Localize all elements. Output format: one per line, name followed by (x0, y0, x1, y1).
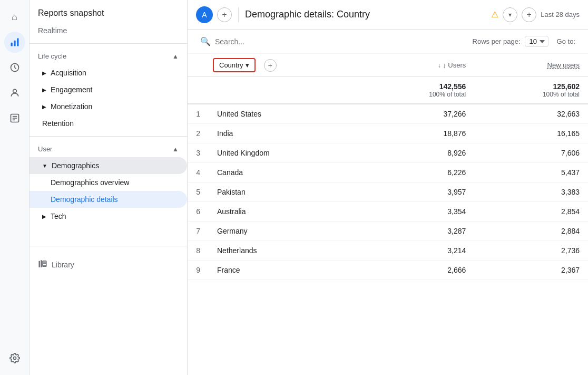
topbar-divider (238, 7, 239, 22)
country-filter-chevron: ▾ (246, 61, 249, 69)
sidebar-realtime[interactable]: Realtime (30, 22, 187, 39)
settings-icon[interactable] (4, 348, 25, 369)
country-cell: Australia (209, 202, 361, 222)
new-users-cell: 2,736 (474, 241, 588, 261)
user-chevron-up: ▲ (172, 146, 179, 153)
users-col-header: ↓ ↓ Users (361, 54, 475, 77)
tech-chevron: ▶ (42, 214, 46, 219)
sidebar-sub-demographic-details[interactable]: Demographic details (30, 191, 187, 208)
rows-per-page-control: Rows per page: 10 25 50 (473, 36, 548, 47)
sidebar-lifecycle-header[interactable]: Life cycle ▲ (30, 48, 187, 64)
rank-cell: 9 (188, 261, 209, 280)
sidebar-library[interactable]: Library (30, 251, 187, 274)
rank-cell: 1 (188, 104, 209, 124)
sidebar-item-tech[interactable]: ▶ Tech (30, 208, 187, 225)
add-comparison-button[interactable]: + (522, 7, 536, 22)
table-row: 7 Germany 3,287 2,884 (188, 222, 588, 241)
new-users-cell: 3,383 (474, 182, 588, 202)
country-col-header: Country ▾ + (209, 54, 361, 77)
rank-cell: 6 (188, 202, 209, 222)
country-cell: United States (209, 104, 361, 124)
audience-icon[interactable] (4, 82, 25, 103)
rank-cell: 7 (188, 222, 209, 241)
svg-point-9 (13, 357, 16, 360)
realtime-icon[interactable] (4, 57, 25, 78)
new-users-cell: 2,854 (474, 202, 588, 222)
totals-rank-cell (188, 77, 209, 104)
sidebar-user-header[interactable]: User ▲ (30, 141, 187, 157)
table-container: 🔍 Rows per page: 10 25 50 Go to: (188, 30, 588, 375)
date-range[interactable]: Last 28 days (541, 11, 580, 18)
search-row: 🔍 Rows per page: 10 25 50 Go to: (188, 30, 588, 54)
engagement-chevron: ▶ (42, 87, 46, 93)
users-cell: 3,354 (361, 202, 475, 222)
icon-bar: ⌂ (0, 0, 30, 375)
totals-row: 142,556 100% of total 125,602 100% of to… (188, 77, 588, 104)
users-cell: 3,287 (361, 222, 475, 241)
new-users-col-header: New users (474, 54, 588, 77)
country-cell: India (209, 124, 361, 143)
users-cell: 6,226 (361, 163, 475, 182)
rank-cell: 5 (188, 182, 209, 202)
country-cell: France (209, 261, 361, 280)
svg-rect-2 (17, 39, 18, 46)
table-row: 1 United States 37,266 32,663 (188, 104, 588, 124)
new-users-cell: 16,165 (474, 124, 588, 143)
table-row: 3 United Kingdom 8,926 7,606 (188, 143, 588, 163)
table-row: 5 Pakistan 3,957 3,383 (188, 182, 588, 202)
library-icon (38, 259, 47, 270)
sidebar-item-demographics[interactable]: ▼ Demographics (30, 157, 187, 174)
rows-per-page-select[interactable]: 10 25 50 (525, 36, 548, 47)
home-icon[interactable]: ⌂ (4, 6, 25, 27)
main-content: A + Demographic details: Country ⚠ ▾ + L… (188, 0, 588, 375)
users-cell: 18,876 (361, 124, 475, 143)
users-cell: 8,926 (361, 143, 475, 163)
new-users-cell: 32,663 (474, 104, 588, 124)
sidebar-item-acquisition[interactable]: ▶ Acquisition (30, 64, 187, 81)
analytics-icon[interactable] (4, 32, 25, 53)
new-users-cell: 2,367 (474, 261, 588, 280)
country-filter-label: Country (219, 61, 243, 69)
sidebar-sub-demographics-overview[interactable]: Demographics overview (30, 174, 187, 191)
rank-cell: 8 (188, 241, 209, 261)
rank-cell: 4 (188, 163, 209, 182)
sidebar-item-retention[interactable]: Retention (30, 115, 187, 132)
add-view-button[interactable]: + (217, 7, 232, 22)
sidebar: Reports snapshot Realtime Life cycle ▲ ▶… (30, 0, 188, 375)
country-cell: Canada (209, 163, 361, 182)
sidebar-item-engagement[interactable]: ▶ Engagement (30, 81, 187, 98)
warning-icon: ⚠ (491, 9, 498, 20)
acquisition-chevron: ▶ (42, 70, 46, 76)
user-avatar[interactable]: A (196, 6, 213, 23)
new-users-cell: 5,437 (474, 163, 588, 182)
lifecycle-chevron-up: ▲ (172, 53, 179, 60)
country-filter-button[interactable]: Country ▾ (213, 58, 256, 72)
sidebar-reports-snapshot[interactable]: Reports snapshot (30, 0, 187, 22)
search-box: 🔍 (200, 36, 464, 46)
lifecycle-label: Life cycle (38, 52, 66, 60)
rank-cell: 2 (188, 124, 209, 143)
sidebar-item-monetization[interactable]: ▶ Monetization (30, 98, 187, 115)
users-cell: 2,666 (361, 261, 475, 280)
country-cell: Netherlands (209, 241, 361, 261)
table-row: 6 Australia 3,354 2,854 (188, 202, 588, 222)
reports-icon[interactable] (4, 108, 25, 129)
table-row: 9 France 2,666 2,367 (188, 261, 588, 280)
goto-label: Go to: (557, 37, 575, 45)
users-cell: 37,266 (361, 104, 475, 124)
country-cell: Pakistan (209, 182, 361, 202)
new-users-cell: 2,884 (474, 222, 588, 241)
search-input[interactable] (215, 37, 320, 46)
title-dropdown-button[interactable]: ▾ (503, 7, 517, 22)
add-dimension-button[interactable]: + (264, 59, 277, 72)
topbar: A + Demographic details: Country ⚠ ▾ + L… (188, 0, 588, 30)
totals-users-cell: 142,556 100% of total (361, 77, 475, 104)
country-cell: United Kingdom (209, 143, 361, 163)
svg-rect-1 (14, 41, 15, 46)
search-icon: 🔍 (200, 36, 211, 46)
demographics-chevron: ▼ (42, 163, 47, 169)
monetization-chevron: ▶ (42, 104, 46, 110)
user-label: User (38, 145, 52, 153)
new-users-cell: 7,606 (474, 143, 588, 163)
data-table: Country ▾ + ↓ ↓ Users New users (188, 54, 588, 280)
